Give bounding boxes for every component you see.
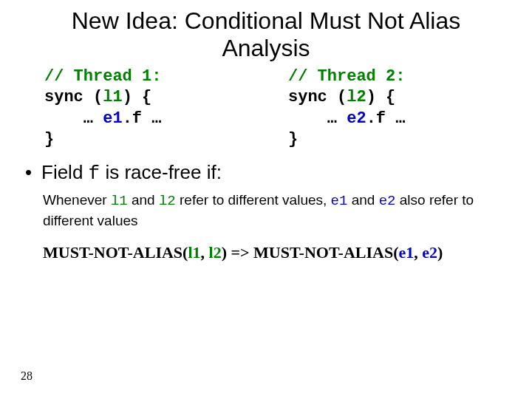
subtext: Whenever l1 and l2 refer to different va… xyxy=(0,189,532,230)
t2-sync-close: ) { xyxy=(366,88,396,106)
bullet-text: Field f is race-free if: xyxy=(41,161,222,185)
f-d: , xyxy=(414,243,422,262)
t1-lock-var: l1 xyxy=(103,88,122,106)
sub-l2: l2 xyxy=(159,193,176,209)
code-columns: // Thread 1: sync (l1) { … e1.f … } // T… xyxy=(0,66,532,151)
t1-body-pre: … xyxy=(44,109,103,128)
formula-line: MUST-NOT-ALIAS(l1, l2) => MUST-NOT-ALIAS… xyxy=(0,230,532,262)
f-l2: l2 xyxy=(209,243,222,262)
thread-2-comment: // Thread 2: xyxy=(288,67,405,86)
sub-b: and xyxy=(128,192,159,208)
f-e1: e1 xyxy=(399,243,415,262)
f-c: ) => MUST-NOT-ALIAS( xyxy=(222,243,399,262)
f-l1: l1 xyxy=(188,243,200,262)
bullet-dot: • xyxy=(25,161,41,184)
t1-sync-close: ) { xyxy=(123,88,152,106)
bullet-f: f xyxy=(89,163,100,185)
t2-lock-var: l2 xyxy=(347,88,366,106)
t2-body-pre: … xyxy=(288,109,347,128)
t1-sync-open: sync ( xyxy=(44,88,103,106)
t2-close-brace: } xyxy=(288,130,298,149)
t1-expr-var: e1 xyxy=(103,109,122,128)
t2-expr-var: e2 xyxy=(347,109,366,128)
sub-d: and xyxy=(347,192,378,208)
f-b: , xyxy=(201,243,209,262)
bullet-line: • Field f is race-free if: xyxy=(0,151,532,189)
t2-sync-open: sync ( xyxy=(288,88,347,106)
thread-1-comment: // Thread 1: xyxy=(44,67,161,86)
bullet-pre: Field xyxy=(41,161,89,183)
sub-e2: e2 xyxy=(379,193,396,209)
slide: New Idea: Conditional Must Not Alias Ana… xyxy=(0,0,532,399)
sub-l1: l1 xyxy=(111,193,128,209)
bullet-post: is race-free if: xyxy=(100,161,222,183)
t1-close-brace: } xyxy=(44,130,54,149)
sub-c: refer to different values, xyxy=(176,192,331,208)
slide-title: New Idea: Conditional Must Not Alias Ana… xyxy=(0,0,532,65)
thread-2-code: // Thread 2: sync (l2) { … e2.f … } xyxy=(259,66,502,151)
page-number: 28 xyxy=(21,369,33,383)
f-e: ) xyxy=(437,243,443,262)
t1-body-post: .f … xyxy=(123,109,162,128)
t2-body-post: .f … xyxy=(366,109,406,128)
f-e2: e2 xyxy=(422,243,437,262)
sub-a: Whenever xyxy=(43,192,111,208)
sub-e1: e1 xyxy=(331,193,348,209)
thread-1-code: // Thread 1: sync (l1) { … e1.f … } xyxy=(44,66,259,151)
f-a: MUST-NOT-ALIAS( xyxy=(43,243,188,262)
